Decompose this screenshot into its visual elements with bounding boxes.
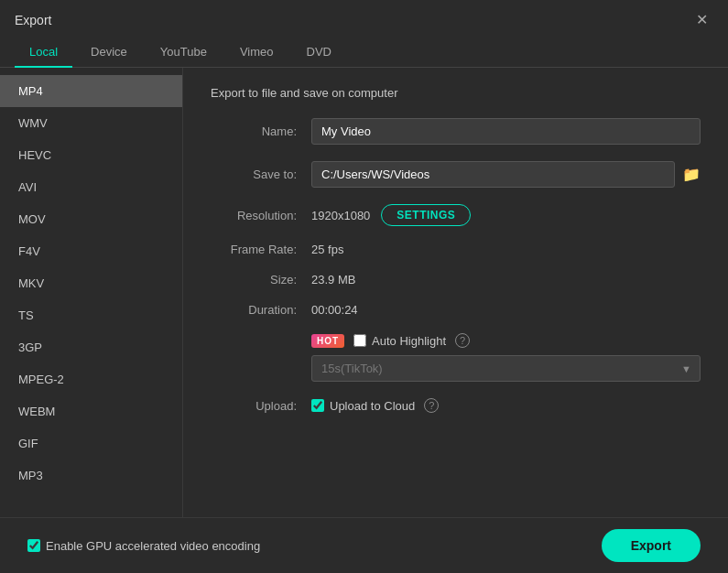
auto-highlight-help-icon[interactable]: ? (455, 333, 470, 348)
frame-rate-control: 25 fps (311, 243, 701, 256)
upload-help-icon[interactable]: ? (424, 398, 439, 413)
export-window: Export ✕ Local Device YouTube Vimeo DVD … (0, 0, 728, 573)
upload-to-cloud-text: Upload to Cloud (330, 399, 415, 413)
sidebar-item-mkv[interactable]: MKV (0, 267, 182, 299)
size-label: Size: (211, 273, 311, 286)
name-row: Name: (211, 118, 701, 145)
tab-vimeo[interactable]: Vimeo (225, 38, 288, 68)
sidebar-item-mp3[interactable]: MP3 (0, 459, 182, 492)
name-control (311, 118, 701, 145)
tiktok-dropdown-wrapper: 15s(TikTok) ▼ (311, 355, 701, 382)
auto-highlight-text: Auto Highlight (372, 334, 446, 348)
close-button[interactable]: ✕ (690, 9, 713, 30)
frame-rate-row: Frame Rate: 25 fps (211, 243, 701, 256)
format-sidebar: MP4 WMV HEVC AVI MOV F4V MKV TS 3GP MPEG… (0, 68, 183, 517)
sidebar-item-mp4[interactable]: MP4 (0, 75, 182, 107)
size-value: 23.9 MB (311, 273, 355, 286)
duration-control: 00:00:24 (311, 303, 701, 317)
tab-bar: Local Device YouTube Vimeo DVD (0, 38, 728, 68)
auto-highlight-label[interactable]: Auto Highlight (353, 334, 446, 348)
title-bar: Export ✕ (0, 0, 728, 38)
save-to-label: Save to: (211, 168, 311, 181)
sidebar-item-webm[interactable]: WEBM (0, 395, 182, 427)
save-to-input[interactable] (311, 161, 675, 188)
duration-row: Duration: 00:00:24 (211, 303, 701, 317)
save-to-row: Save to: 📁 (211, 161, 701, 188)
sidebar-item-hevc[interactable]: HEVC (0, 139, 182, 171)
settings-button[interactable]: SETTINGS (381, 204, 471, 226)
sidebar-item-ts[interactable]: TS (0, 299, 182, 331)
resolution-control: 1920x1080 SETTINGS (311, 204, 701, 226)
upload-to-cloud-label[interactable]: Upload to Cloud (311, 399, 415, 413)
tab-dvd[interactable]: DVD (292, 38, 346, 68)
auto-highlight-checkbox[interactable] (353, 334, 366, 347)
upload-row: Upload: Upload to Cloud ? (211, 398, 701, 413)
auto-highlight-row: HOT Auto Highlight ? 15s(TikTok) ▼ (211, 333, 701, 382)
sidebar-item-avi[interactable]: AVI (0, 171, 182, 203)
sidebar-item-mov[interactable]: MOV (0, 203, 182, 235)
sidebar-item-mpeg2[interactable]: MPEG-2 (0, 363, 182, 395)
size-control: 23.9 MB (311, 273, 701, 286)
size-row: Size: 23.9 MB (211, 273, 701, 286)
frame-rate-label: Frame Rate: (211, 243, 311, 256)
export-button[interactable]: Export (602, 529, 701, 562)
main-panel: Export to file and save on computer Name… (183, 68, 728, 517)
content-area: MP4 WMV HEVC AVI MOV F4V MKV TS 3GP MPEG… (0, 68, 728, 517)
duration-label: Duration: (211, 303, 311, 317)
upload-control: Upload to Cloud ? (311, 398, 701, 413)
sidebar-item-wmv[interactable]: WMV (0, 107, 182, 139)
sidebar-item-3gp[interactable]: 3GP (0, 331, 182, 363)
folder-icon[interactable]: 📁 (682, 166, 701, 183)
tab-local[interactable]: Local (15, 38, 72, 68)
resolution-value: 1920x1080 (311, 209, 370, 222)
tiktok-dropdown[interactable]: 15s(TikTok) (311, 355, 701, 382)
tab-device[interactable]: Device (76, 38, 142, 68)
duration-value: 00:00:24 (311, 303, 358, 317)
sidebar-item-gif[interactable]: GIF (0, 427, 182, 459)
hot-badge: HOT (311, 334, 344, 348)
gpu-label-text: Enable GPU accelerated video encoding (46, 539, 260, 553)
gpu-acceleration-checkbox[interactable] (27, 539, 40, 552)
resolution-label: Resolution: (211, 209, 311, 222)
resolution-row: Resolution: 1920x1080 SETTINGS (211, 204, 701, 226)
name-label: Name: (211, 124, 311, 138)
upload-label: Upload: (211, 399, 311, 413)
sidebar-item-f4v[interactable]: F4V (0, 235, 182, 267)
footer: Enable GPU accelerated video encoding Ex… (0, 517, 728, 573)
gpu-acceleration-label[interactable]: Enable GPU accelerated video encoding (27, 539, 260, 553)
save-to-control: 📁 (311, 161, 701, 188)
section-title: Export to file and save on computer (211, 86, 701, 100)
upload-to-cloud-checkbox[interactable] (311, 399, 324, 412)
tab-youtube[interactable]: YouTube (146, 38, 222, 68)
frame-rate-value: 25 fps (311, 243, 343, 256)
window-title: Export (15, 13, 51, 27)
name-input[interactable] (311, 118, 701, 145)
